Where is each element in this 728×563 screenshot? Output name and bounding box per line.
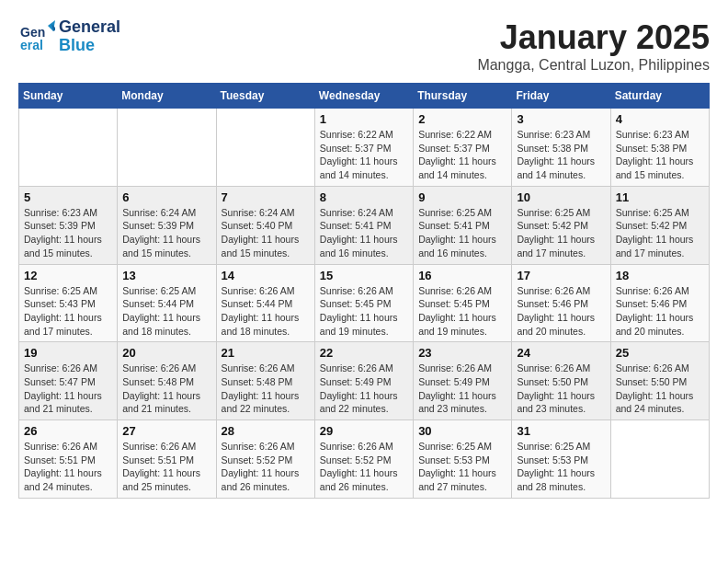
daylight-text: Daylight: 11 hours and 15 minutes.: [122, 234, 200, 259]
table-row: 31 Sunrise: 6:25 AM Sunset: 5:53 PM Dayl…: [512, 420, 610, 499]
table-row: 7 Sunrise: 6:24 AM Sunset: 5:40 PM Dayli…: [216, 186, 314, 264]
daylight-text: Daylight: 11 hours and 15 minutes.: [24, 234, 102, 259]
daylight-text: Daylight: 11 hours and 26 minutes.: [320, 467, 398, 492]
col-friday: Friday: [512, 84, 610, 109]
sunrise-text: Sunrise: 6:23 AM: [517, 129, 590, 140]
daylight-text: Daylight: 11 hours and 22 minutes.: [320, 390, 398, 415]
day-info: Sunrise: 6:26 AM Sunset: 5:50 PM Dayligh…: [517, 362, 605, 416]
daylight-text: Daylight: 11 hours and 21 minutes.: [24, 390, 102, 415]
page-header: Gen eral General Blue January 2025 Mangg…: [18, 18, 710, 74]
table-row: 23 Sunrise: 6:26 AM Sunset: 5:49 PM Dayl…: [414, 342, 512, 420]
table-row: 28 Sunrise: 6:26 AM Sunset: 5:52 PM Dayl…: [216, 420, 314, 499]
sunrise-text: Sunrise: 6:25 AM: [418, 441, 492, 452]
day-number: 15: [320, 269, 408, 282]
table-row: 25 Sunrise: 6:26 AM Sunset: 5:50 PM Dayl…: [610, 342, 709, 420]
sunset-text: Sunset: 5:46 PM: [616, 298, 688, 309]
location-title: Mangga, Central Luzon, Philippines: [477, 57, 710, 74]
sunrise-text: Sunrise: 6:26 AM: [517, 362, 590, 373]
table-row: 14 Sunrise: 6:26 AM Sunset: 5:44 PM Dayl…: [216, 264, 314, 342]
sunrise-text: Sunrise: 6:26 AM: [616, 362, 689, 373]
day-info: Sunrise: 6:22 AM Sunset: 5:37 PM Dayligh…: [320, 128, 408, 182]
sunrise-text: Sunrise: 6:23 AM: [616, 129, 689, 140]
daylight-text: Daylight: 11 hours and 18 minutes.: [222, 312, 300, 337]
sunset-text: Sunset: 5:42 PM: [517, 220, 588, 231]
table-row: 11 Sunrise: 6:25 AM Sunset: 5:42 PM Dayl…: [610, 186, 709, 264]
table-row: 3 Sunrise: 6:23 AM Sunset: 5:38 PM Dayli…: [512, 109, 610, 187]
table-row: [610, 420, 709, 499]
month-title: January 2025: [477, 18, 710, 57]
day-number: 9: [418, 190, 506, 204]
sunrise-text: Sunrise: 6:26 AM: [122, 362, 196, 373]
logo-blue: Blue: [59, 37, 120, 55]
sunset-text: Sunset: 5:53 PM: [517, 454, 588, 465]
table-row: 24 Sunrise: 6:26 AM Sunset: 5:50 PM Dayl…: [512, 342, 610, 420]
logo-general: General: [59, 18, 120, 37]
daylight-text: Daylight: 11 hours and 14 minutes.: [418, 155, 496, 180]
daylight-text: Daylight: 11 hours and 15 minutes.: [222, 234, 300, 259]
daylight-text: Daylight: 11 hours and 24 minutes.: [616, 390, 694, 415]
sunrise-text: Sunrise: 6:26 AM: [222, 285, 295, 296]
table-row: 30 Sunrise: 6:25 AM Sunset: 5:53 PM Dayl…: [414, 420, 512, 499]
calendar-week-row: 5 Sunrise: 6:23 AM Sunset: 5:39 PM Dayli…: [19, 186, 710, 264]
day-info: Sunrise: 6:26 AM Sunset: 5:49 PM Dayligh…: [418, 362, 506, 416]
day-info: Sunrise: 6:25 AM Sunset: 5:44 PM Dayligh…: [122, 284, 210, 339]
sunrise-text: Sunrise: 6:25 AM: [616, 207, 689, 218]
logo-text: General Blue: [59, 18, 120, 55]
table-row: [19, 109, 118, 187]
table-row: 22 Sunrise: 6:26 AM Sunset: 5:49 PM Dayl…: [314, 342, 413, 420]
day-number: 8: [320, 190, 408, 204]
sunrise-text: Sunrise: 6:26 AM: [122, 441, 196, 452]
col-sunday: Sunday: [19, 84, 118, 109]
day-number: 28: [222, 424, 310, 438]
svg-text:eral: eral: [20, 38, 43, 52]
table-row: 18 Sunrise: 6:26 AM Sunset: 5:46 PM Dayl…: [610, 264, 709, 342]
day-number: 13: [122, 269, 210, 282]
day-number: 6: [122, 190, 210, 204]
day-info: Sunrise: 6:25 AM Sunset: 5:53 PM Dayligh…: [418, 440, 506, 494]
sunset-text: Sunset: 5:47 PM: [24, 376, 96, 387]
col-wednesday: Wednesday: [314, 84, 413, 109]
day-info: Sunrise: 6:23 AM Sunset: 5:38 PM Dayligh…: [616, 128, 704, 182]
sunset-text: Sunset: 5:41 PM: [418, 220, 490, 231]
day-info: Sunrise: 6:26 AM Sunset: 5:46 PM Dayligh…: [616, 284, 704, 339]
calendar-week-row: 19 Sunrise: 6:26 AM Sunset: 5:47 PM Dayl…: [19, 342, 710, 420]
day-info: Sunrise: 6:23 AM Sunset: 5:39 PM Dayligh…: [24, 206, 112, 260]
table-row: 19 Sunrise: 6:26 AM Sunset: 5:47 PM Dayl…: [19, 342, 118, 420]
day-info: Sunrise: 6:24 AM Sunset: 5:39 PM Dayligh…: [122, 206, 210, 260]
day-number: 11: [616, 190, 704, 204]
day-info: Sunrise: 6:25 AM Sunset: 5:53 PM Dayligh…: [517, 440, 605, 494]
day-number: 19: [24, 346, 112, 360]
day-info: Sunrise: 6:23 AM Sunset: 5:38 PM Dayligh…: [517, 128, 605, 182]
day-info: Sunrise: 6:26 AM Sunset: 5:49 PM Dayligh…: [320, 362, 408, 416]
day-number: 30: [418, 424, 506, 438]
daylight-text: Daylight: 11 hours and 14 minutes.: [320, 155, 398, 180]
sunset-text: Sunset: 5:38 PM: [616, 143, 688, 154]
sunrise-text: Sunrise: 6:25 AM: [517, 441, 590, 452]
daylight-text: Daylight: 11 hours and 27 minutes.: [418, 467, 496, 492]
calendar-week-row: 26 Sunrise: 6:26 AM Sunset: 5:51 PM Dayl…: [19, 420, 710, 499]
day-number: 27: [122, 424, 210, 438]
table-row: 15 Sunrise: 6:26 AM Sunset: 5:45 PM Dayl…: [314, 264, 413, 342]
day-number: 7: [222, 190, 310, 204]
sunrise-text: Sunrise: 6:26 AM: [222, 441, 295, 452]
table-row: 26 Sunrise: 6:26 AM Sunset: 5:51 PM Dayl…: [19, 420, 118, 499]
daylight-text: Daylight: 11 hours and 19 minutes.: [320, 312, 398, 337]
day-info: Sunrise: 6:26 AM Sunset: 5:46 PM Dayligh…: [517, 284, 605, 339]
col-monday: Monday: [118, 84, 216, 109]
day-info: Sunrise: 6:26 AM Sunset: 5:50 PM Dayligh…: [616, 362, 704, 416]
sunrise-text: Sunrise: 6:26 AM: [517, 285, 590, 296]
sunrise-text: Sunrise: 6:25 AM: [122, 285, 196, 296]
table-row: 13 Sunrise: 6:25 AM Sunset: 5:44 PM Dayl…: [118, 264, 216, 342]
sunset-text: Sunset: 5:45 PM: [418, 298, 490, 309]
day-number: 18: [616, 269, 704, 282]
sunset-text: Sunset: 5:40 PM: [222, 220, 293, 231]
sunrise-text: Sunrise: 6:26 AM: [24, 441, 97, 452]
day-info: Sunrise: 6:25 AM Sunset: 5:42 PM Dayligh…: [616, 206, 704, 260]
sunset-text: Sunset: 5:51 PM: [24, 454, 96, 465]
sunset-text: Sunset: 5:50 PM: [517, 376, 588, 387]
sunset-text: Sunset: 5:46 PM: [517, 298, 588, 309]
table-row: 20 Sunrise: 6:26 AM Sunset: 5:48 PM Dayl…: [118, 342, 216, 420]
day-number: 21: [222, 346, 310, 360]
day-info: Sunrise: 6:26 AM Sunset: 5:51 PM Dayligh…: [24, 440, 112, 494]
sunset-text: Sunset: 5:50 PM: [616, 376, 688, 387]
